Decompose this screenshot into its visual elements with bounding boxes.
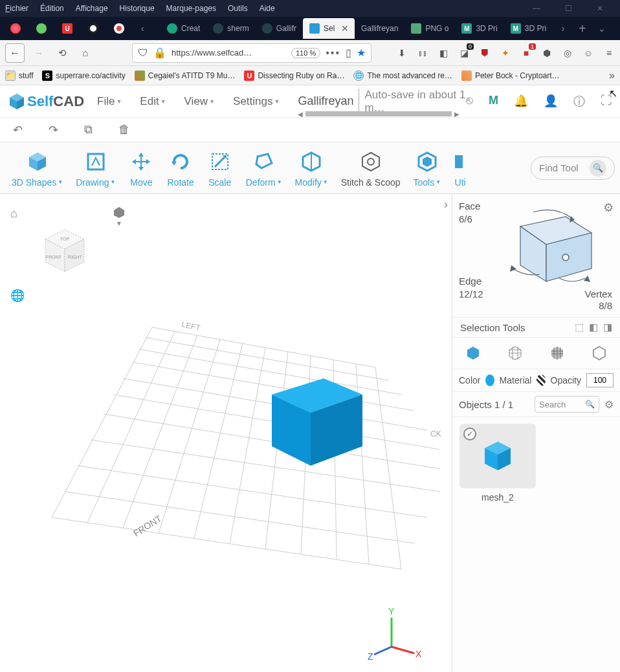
tool-rotate[interactable]: Rotate [161,149,200,188]
ublock-icon[interactable]: ⛊ [479,47,491,59]
tool-3d-shapes[interactable]: 3D Shapes▼ [5,149,69,188]
menu-settings[interactable]: Settings▼ [233,95,280,108]
bookmark-star-icon[interactable]: ★ [357,47,366,59]
scene-cube[interactable] [272,378,362,466]
find-tool-search[interactable]: Find Tool 🔍 [531,157,615,180]
tab-gallifreyan[interactable]: Gallifreyan [355,18,404,39]
topology-cube[interactable] [494,207,598,291]
bookmarks-overflow[interactable]: » [609,70,615,81]
tab-png[interactable]: PNG o [404,18,455,39]
menu-edit[interactable]: Edit▼ [140,95,166,108]
tab-overflow[interactable]: ⌄ [592,23,612,34]
tool-uti[interactable]: Uti [447,149,473,188]
copy-button[interactable]: ⧉ [84,123,93,136]
close-icon[interactable]: ✕ [597,4,603,13]
bookmark-ruby[interactable]: UDissecting Ruby on Ra… [244,70,344,81]
downloads-icon[interactable]: ⬇ [396,47,408,59]
os-menu-help[interactable]: Aide [260,4,275,13]
library-icon[interactable]: ⫾⫾ [417,47,428,59]
ext-icon-4[interactable]: ⬢ [541,47,553,59]
menu-view[interactable]: View▼ [184,95,215,108]
tool-scale[interactable]: Scale [201,149,239,188]
redo-button[interactable]: ↷ [49,123,58,137]
tool-stitch-scoop[interactable]: Stitch & Scoop [335,149,407,188]
axes-gizmo[interactable]: Y X Z [368,606,422,662]
bookmark-superrare[interactable]: Ssuperrare.co/activity [42,70,125,81]
project-name[interactable]: Gallifreyan [298,94,353,108]
tool-drawing[interactable]: Drawing▼ [69,149,122,188]
menu-file[interactable]: File▼ [97,95,122,108]
object-check-icon[interactable]: ✓ [463,428,476,440]
shield-icon[interactable]: 🛡 [138,47,148,59]
account-icon[interactable]: ☺ [582,47,594,59]
tab-scroll-left[interactable]: ‹ [132,23,153,34]
tab-close-icon[interactable]: ✕ [341,23,349,34]
bell-icon[interactable]: 🔔 [514,94,528,109]
bookmark-advanced[interactable]: 🌐The most advanced re… [353,70,452,81]
panel-settings-icon[interactable]: ⚙ [603,201,614,215]
tab-3dpri-1[interactable]: M3D Pri [455,18,504,39]
os-menu-bookmarks[interactable]: Marque-pages [166,4,216,13]
user-icon[interactable]: 👤 [544,94,558,109]
ext-icon-2[interactable]: ✦ [500,47,511,59]
reload-button[interactable]: ⟲ [53,44,71,62]
tab-selfcad-active[interactable]: Sel✕ [303,18,355,39]
object-item-mesh2[interactable]: ✓ mesh_2 [459,424,537,503]
tab-sherm[interactable]: sherm [206,18,255,39]
tab-3dpri-2[interactable]: M3D Pri [504,18,553,39]
color-swatch[interactable] [485,374,494,386]
os-menu-view[interactable]: Affichage [76,4,108,13]
tool-move[interactable]: Move [122,149,161,188]
tool-modify[interactable]: Modify▼ [289,149,335,188]
new-tab-button[interactable]: + [573,21,592,36]
ext-icon-3[interactable]: ■1 [520,47,532,59]
back-button[interactable]: ← [5,43,25,63]
mode-outline[interactable] [590,344,608,362]
forward-button[interactable]: → [30,44,48,62]
os-menu-history[interactable]: Historique [120,4,155,13]
opacity-input[interactable] [586,373,614,387]
mode-wire[interactable] [506,344,524,362]
mode-solid[interactable] [464,344,482,362]
reader-icon[interactable]: ▯ [346,47,351,59]
tool-tools[interactable]: Tools▼ [407,149,448,188]
ext-icon-5[interactable]: ◎ [562,47,573,59]
info-icon[interactable]: ⓘ [573,94,585,109]
sel-tool-2[interactable]: ◧ [589,321,598,333]
ext-icon-1[interactable]: ◪0 [458,47,470,59]
pinned-tab-5[interactable] [106,18,132,39]
fullscreen-icon[interactable]: ⛶ [601,94,612,109]
bookmark-peterbock[interactable]: Peter Bock - Cryptoart… [461,70,560,81]
pinned-tab-4[interactable] [80,18,106,39]
undo-button[interactable]: ↶ [13,123,23,137]
menu-icon[interactable]: ≡ [603,47,615,59]
os-menu-tools[interactable]: Outils [228,4,248,13]
3d-viewport[interactable]: ⌂ ▼ TOP FRONT RIGHT 🌐 › [0,194,452,672]
zoom-badge[interactable]: 110 % [291,48,320,58]
objects-search[interactable]: Search🔍 [535,396,599,413]
minimize-icon[interactable]: — [533,4,540,13]
lock-icon[interactable]: 🔒 [153,47,166,59]
os-menu-edit[interactable]: Édition [40,4,64,13]
tab-creat[interactable]: Creat [161,18,206,39]
pinned-tab-3[interactable]: U [54,18,80,39]
tab-gallifr[interactable]: Gallifr [256,18,303,39]
bookmark-cegaiel[interactable]: Cegaiel's ATITD T9 Mu… [135,70,236,81]
delete-button[interactable]: 🗑 [118,123,130,136]
mode-dense[interactable] [548,344,566,362]
pinned-tab-1[interactable] [3,18,28,39]
share-icon[interactable]: ⎋ [466,94,473,109]
sel-tool-1[interactable]: ⬚ [575,321,584,333]
page-actions-icon[interactable]: ••• [326,47,340,59]
bookmark-stuff[interactable]: 📁stuff [5,70,33,81]
pinned-tab-2[interactable] [28,18,54,39]
maximize-icon[interactable]: ☐ [565,4,572,13]
tab-scroll-right[interactable]: › [553,23,573,34]
m-icon[interactable]: M [489,94,498,109]
address-bar[interactable]: 🛡 🔒 https://www.selfcad… 110 % ••• ▯ ★ [132,43,371,63]
os-menu-file[interactable]: FFichierichier [5,4,28,13]
sel-tool-3[interactable]: ◨ [603,321,612,333]
sidebar-icon[interactable]: ◧ [437,47,449,59]
selfcad-logo[interactable]: SelfCAD [8,92,84,111]
objects-settings-icon[interactable]: ⚙ [604,398,614,411]
